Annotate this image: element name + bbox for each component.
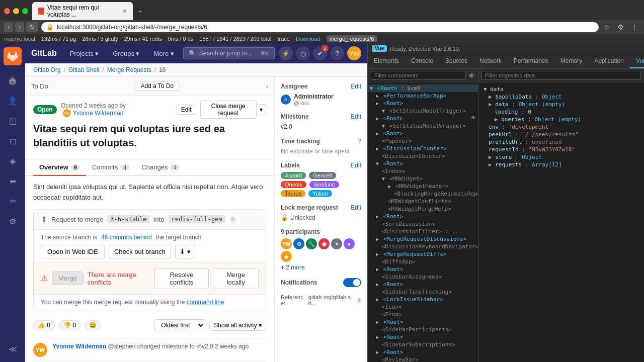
breadcrumb-org[interactable]: Gitlab Org — [33, 66, 61, 73]
tree-node[interactable]: <SidebarParticipants> — [368, 326, 478, 333]
labels-edit-btn[interactable]: Edit — [351, 162, 361, 169]
merge-locally-btn[interactable]: Merge locally — [213, 268, 259, 289]
tree-node[interactable]: <MRWidgetConflicts> — [368, 198, 478, 205]
groups-menu-btn[interactable]: Groups ▾ — [108, 48, 144, 59]
more-menu-btn[interactable]: More ▾ — [149, 48, 179, 59]
window-maximize[interactable] — [22, 8, 28, 14]
commits-behind-link[interactable]: 46 commits behind — [101, 234, 152, 241]
add-todo-btn[interactable]: Add a To Do — [135, 81, 179, 91]
devtools-tab-performance[interactable]: Performance — [508, 54, 554, 68]
tree-node[interactable]: ▶ <DiscussionCounter> — [368, 145, 478, 152]
mr-edit-btn[interactable]: Edit — [177, 105, 196, 115]
sort-select[interactable]: Oldest first Newest first — [154, 319, 205, 331]
bookmark-btn[interactable]: ☆ — [602, 22, 612, 32]
nav-help-icon[interactable]: ? — [330, 46, 344, 60]
nav-merge-requests-icon[interactable]: ⚡ — [279, 46, 293, 60]
tree-node[interactable]: ▶ <Root> — [368, 100, 478, 107]
tree-node[interactable]: ▶ <MRWidgetHeader> — [368, 183, 478, 190]
participant-avatar[interactable]: ✦ — [331, 238, 342, 249]
tab-changes[interactable]: Changes 4 — [135, 159, 185, 176]
participant-avatar[interactable]: ◉ — [318, 238, 330, 249]
devtools-tab-application[interactable]: Application — [588, 54, 630, 68]
tree-node[interactable]: <SidebarSubscriptions> — [368, 341, 478, 348]
copy-branch-icon[interactable]: ⎘ — [231, 216, 235, 223]
close-mr-dropdown-btn[interactable]: ▾ — [257, 104, 266, 115]
breadcrumb-shell[interactable]: Gitlab Shell — [68, 66, 99, 73]
tree-node[interactable]: <Icon> — [368, 311, 478, 318]
label-accord[interactable]: Accord — [281, 172, 306, 179]
sidebar-nav-profile[interactable]: 👤 — [4, 92, 22, 110]
sidebar-nav-mr[interactable]: ⬅ — [4, 172, 22, 190]
target-branch-badge[interactable]: redis-full-gem — [169, 215, 225, 223]
tab-overview[interactable]: Overview 9 — [33, 159, 86, 176]
tree-node[interactable]: <Popover> — [368, 137, 478, 145]
download-btn[interactable]: ⬇ ▾ — [175, 245, 195, 258]
projects-menu-btn[interactable]: Projects ▾ — [65, 48, 104, 59]
user-avatar-btn[interactable]: YW — [347, 46, 361, 60]
sidebar-nav-collapse[interactable]: ≪ — [4, 340, 22, 358]
tree-node[interactable]: ▼ <SetStatusModalTrigger> — [368, 107, 478, 115]
lock-edit-btn[interactable]: Edit — [351, 204, 361, 211]
sidebar-nav-activity[interactable]: ◈ — [4, 152, 22, 170]
open-web-ide-btn[interactable]: Open in Web IDE — [41, 245, 105, 258]
label-gencell[interactable]: Gencell — [309, 172, 336, 179]
thumbsup-btn[interactable]: 👍 0 — [33, 320, 55, 330]
extensions-btn[interactable]: ⚙ — [615, 22, 626, 32]
window-close[interactable] — [4, 8, 10, 14]
label-sinefunc[interactable]: Sinefunc — [309, 181, 339, 188]
tree-node[interactable]: <BlockingMergeRequestsReport> — [368, 190, 478, 198]
window-minimize[interactable] — [13, 8, 19, 14]
participant-avatar[interactable]: YW — [281, 238, 292, 249]
gitlab-logo[interactable] — [4, 47, 22, 65]
tree-node[interactable]: ▶ <Root> — [368, 130, 478, 137]
more-participants-link[interactable]: + 2 more — [281, 264, 361, 271]
assignee-edit-btn[interactable]: Edit — [351, 83, 361, 90]
component-filter-btn[interactable]: ⊕ — [468, 71, 475, 80]
sidebar-nav-groups[interactable]: ◫ — [4, 112, 22, 130]
sidebar-nav-home[interactable]: 🏠 — [4, 71, 22, 89]
tree-node[interactable]: <Icon> — [368, 303, 478, 311]
tree-node[interactable]: <SidebarAssignees> — [368, 273, 478, 281]
tree-node[interactable]: <SidebarTimeTracking> — [368, 288, 478, 296]
participant-avatar[interactable]: ● — [344, 238, 355, 249]
tree-node[interactable]: <DiffsApp> — [368, 258, 478, 265]
sidebar-nav-projects[interactable]: ◻ — [4, 132, 22, 150]
tree-node[interactable]: ▶ <Root> — [368, 265, 478, 273]
author-link[interactable]: Yvonne Wilderman — [73, 110, 124, 117]
tree-node[interactable]: ▼ <Root> — [368, 160, 478, 167]
back-btn[interactable]: ‹ — [4, 22, 13, 32]
tree-node[interactable]: <DiscussionFilter> : ... — [368, 228, 478, 235]
label-onenix[interactable]: Onenix — [281, 181, 306, 188]
tree-node[interactable]: ▼ <MRWidget> — [368, 175, 478, 183]
tree-node[interactable]: ▼ <SetStatusModalWrapper> — [368, 122, 478, 130]
reload-btn[interactable]: ↻ — [26, 22, 38, 32]
tab-close-btn[interactable]: ✕ — [122, 8, 127, 15]
devtools-tab-sources[interactable]: Sources — [439, 54, 473, 68]
menu-btn[interactable]: ⋮ — [629, 22, 640, 32]
search-bar[interactable]: 🔍 Search or jump to... ⌘K — [183, 47, 275, 59]
participant-avatar[interactable]: ◆ — [281, 251, 292, 262]
label-yukon[interactable]: Yukon — [308, 190, 332, 197]
tree-node[interactable]: ▶ <Root> 👁 — [368, 115, 478, 122]
tree-node[interactable]: <DiscussionKeyboardNavigator> — [368, 243, 478, 250]
thumbsdown-btn[interactable]: 👎 0 — [59, 320, 80, 330]
devtools-tab-elements[interactable]: Elements — [368, 54, 405, 68]
sidebar-nav-snippets[interactable]: ✂ — [4, 192, 22, 210]
tree-node[interactable]: ▶ <MergeRequestDiscussions> — [368, 235, 478, 243]
todo-arrow-icon[interactable]: › — [266, 82, 268, 90]
milestone-edit-btn[interactable]: Edit — [351, 113, 361, 120]
nav-todos-icon[interactable]: ✔ 2 — [313, 46, 327, 60]
address-bar[interactable]: 🔒 localhost:3000/gitlab-org/gitlab-shell… — [41, 22, 599, 32]
show-all-activity-btn[interactable]: Show all activity ▾ — [209, 320, 266, 331]
devtools-tab-console[interactable]: Console — [405, 54, 439, 68]
participant-avatar[interactable]: ⚙ — [293, 238, 304, 249]
breadcrumb-mr[interactable]: Merge Requests — [107, 66, 151, 73]
activity-user[interactable]: Yvonne Wilderman — [52, 343, 106, 350]
eye-icon[interactable]: 👁 — [471, 115, 476, 121]
participant-avatar[interactable]: 🔧 — [306, 238, 317, 249]
tree-node[interactable]: ▶ <MergeRequestDiffs> — [368, 250, 478, 258]
tree-node[interactable]: <DiscussionCounter> — [368, 152, 478, 160]
tree-node[interactable]: <SortDiscussion> — [368, 220, 478, 228]
tree-node[interactable]: ▶ <PerformanceBarApp> — [368, 92, 478, 100]
tree-node[interactable]: ▶ <Root> — [368, 333, 478, 341]
